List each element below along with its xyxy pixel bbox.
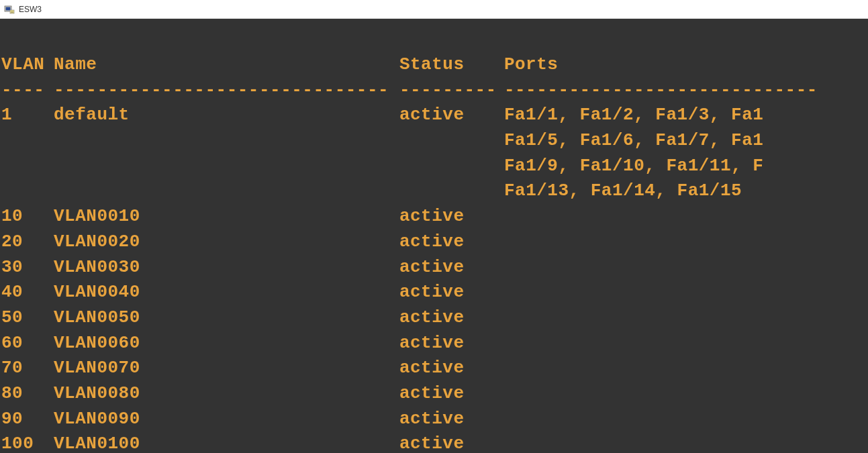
cell-name: VLAN0090 [54, 407, 399, 432]
cell-name: VLAN0070 [54, 356, 399, 381]
table-row: Fa1/9, Fa1/10, Fa1/11, F [1, 154, 867, 179]
cell-name: VLAN0100 [54, 432, 399, 453]
cell-name: VLAN0050 [54, 305, 399, 331]
cell-status: active [399, 407, 504, 432]
table-row: 80VLAN0080active [1, 381, 867, 407]
cell-status: active [399, 230, 504, 255]
cell-status: active [399, 103, 504, 128]
cell-name: VLAN0040 [54, 280, 399, 305]
header-ports: Ports [504, 52, 559, 78]
cell-ports: Fa1/13, Fa1/14, Fa1/15 [504, 179, 742, 204]
cell-status: active [399, 432, 504, 453]
cell-name: default [54, 103, 399, 128]
putty-icon [4, 4, 15, 15]
cell-status: active [399, 280, 504, 305]
window-titlebar[interactable]: ESW3 [0, 0, 868, 19]
window-title: ESW3 [19, 5, 42, 14]
cell-ports: Fa1/5, Fa1/6, Fa1/7, Fa1 [504, 128, 763, 154]
cell-vlan: 10 [1, 204, 54, 230]
cell-name: VLAN0080 [54, 381, 399, 407]
table-row: Fa1/13, Fa1/14, Fa1/15 [1, 179, 867, 204]
table-row: 100VLAN0100active [1, 432, 867, 453]
terminal-output[interactable]: VLANNameStatusPorts ---- ---------------… [0, 19, 868, 453]
cell-vlan: 30 [1, 255, 54, 281]
table-row: 70VLAN0070active [1, 356, 867, 381]
table-row: 60VLAN0060active [1, 331, 867, 356]
cell-status: active [399, 255, 504, 281]
cell-status: active [399, 204, 504, 230]
table-row: 1defaultactiveFa1/1, Fa1/2, Fa1/3, Fa1 [1, 103, 867, 128]
cell-vlan: 70 [1, 356, 54, 381]
table-row: 20VLAN0020active [1, 230, 867, 255]
header-vlan: VLAN [1, 52, 54, 78]
cell-vlan: 100 [1, 432, 54, 453]
cell-vlan: 80 [1, 381, 54, 407]
header-name: Name [54, 52, 399, 78]
cell-vlan: 60 [1, 331, 54, 356]
table-row: 10VLAN0010active [1, 204, 867, 230]
header-status: Status [399, 52, 504, 78]
divider-status: --------- [399, 78, 493, 103]
divider-name: -------------------------------- [54, 78, 389, 103]
cell-name: VLAN0060 [54, 331, 399, 356]
cell-vlan: 20 [1, 230, 54, 255]
cell-ports: Fa1/9, Fa1/10, Fa1/11, F [504, 154, 763, 179]
cell-vlan: 90 [1, 407, 54, 432]
cell-ports: Fa1/1, Fa1/2, Fa1/3, Fa1 [504, 103, 763, 128]
cell-vlan: 1 [1, 103, 54, 128]
cell-status: active [399, 356, 504, 381]
cell-name: VLAN0020 [54, 230, 399, 255]
table-row: 30VLAN0030active [1, 255, 867, 281]
svg-rect-1 [6, 7, 11, 10]
cell-status: active [399, 381, 504, 407]
svg-rect-2 [10, 10, 14, 13]
cell-name: VLAN0030 [54, 255, 399, 281]
cell-name: VLAN0010 [54, 204, 399, 230]
table-header-row: VLANNameStatusPorts [1, 52, 867, 78]
table-row: 50VLAN0050active [1, 305, 867, 331]
cell-vlan: 40 [1, 280, 54, 305]
cell-status: active [399, 331, 504, 356]
cell-vlan: 50 [1, 305, 54, 331]
table-row: 40VLAN0040active [1, 280, 867, 305]
cell-status: active [399, 305, 504, 331]
table-row: Fa1/5, Fa1/6, Fa1/7, Fa1 [1, 128, 867, 154]
table-divider-row: ---- -------------------------------- --… [1, 78, 867, 103]
divider-vlan: ---- [1, 78, 43, 103]
divider-ports: ------------------------------ [504, 78, 818, 103]
table-row: 90VLAN0090active [1, 407, 867, 432]
